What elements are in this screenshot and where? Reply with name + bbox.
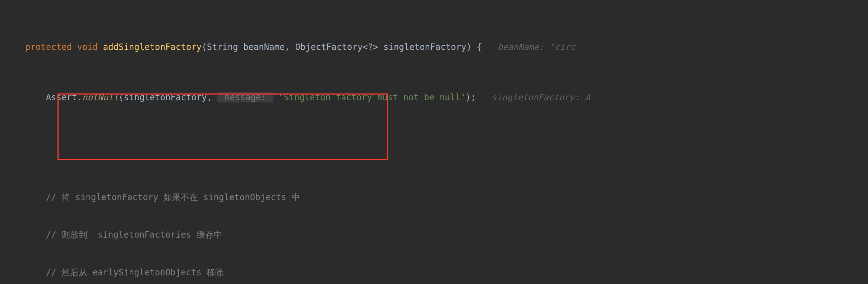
code-text: ); (466, 92, 476, 102)
keyword-void: void (77, 42, 98, 52)
method-params: (String beanName, ObjectFactory<?> singl… (202, 42, 482, 52)
code-line-comment[interactable]: // 将 singletonFactory 如果不在 singletonObje… (0, 191, 868, 204)
code-line[interactable]: Assert.notNull(singletonFactory, message… (0, 91, 868, 104)
code-line-comment[interactable]: // 然后从 earlySingletonObjects 移除 (0, 266, 868, 279)
code-line-comment[interactable]: // 则放到 singletonFactories 缓存中 (0, 229, 868, 241)
comment: // 将 singletonFactory 如果不在 singletonObje… (25, 192, 300, 202)
code-editor[interactable]: protected void addSingletonFactory(Strin… (0, 0, 868, 284)
method-name: addSingletonFactory (103, 42, 202, 52)
comment: // 然后从 earlySingletonObjects 移除 (25, 267, 224, 278)
inlay-hint: singletonFactory: A (476, 92, 590, 102)
string-literal: "Singleton factory must not be null" (279, 92, 466, 102)
param-hint: message: (217, 92, 274, 102)
comment: // 则放到 singletonFactories 缓存中 (25, 230, 222, 240)
code-text: Assert. (25, 92, 82, 102)
keyword-protected: protected (25, 42, 72, 52)
code-line-blank[interactable]: ​ (0, 141, 868, 154)
inlay-hint: beanName: "circ (482, 42, 576, 52)
code-line[interactable]: protected void addSingletonFactory(Strin… (0, 41, 868, 54)
code-text: (singletonFactory, (119, 92, 217, 102)
static-call: notNull (82, 92, 119, 102)
